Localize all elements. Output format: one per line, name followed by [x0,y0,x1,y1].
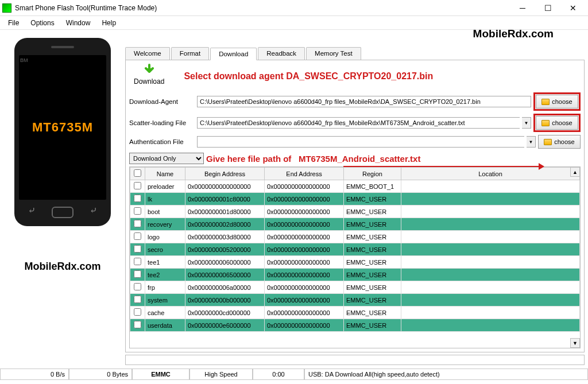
col-header [130,168,145,180]
scroll-down-button[interactable]: ▼ [570,338,580,348]
auth-dropdown-arrow[interactable]: ▼ [527,136,536,148]
device-preview-pane: BM MT6735M ⤷ ⤶ MobileRdx.com [0,30,125,369]
tab-welcome[interactable]: Welcome [125,47,170,60]
da-choose-button[interactable]: choose [536,95,578,108]
row-checkbox[interactable] [134,321,141,328]
select-all-checkbox[interactable] [134,169,141,177]
download-panel: Download Select download agent DA_SWSEC_… [125,60,585,352]
table-row[interactable]: system0x000000000b0000000x00000000000000… [130,294,580,307]
annotation-da: Select download agent DA_SWSEC_CRYPTO20_… [184,71,433,82]
row-checkbox[interactable] [134,308,141,316]
menu-file[interactable]: File [2,17,25,29]
scatter-label: Scatter-loading File [129,119,195,126]
row-checkbox[interactable] [134,182,141,189]
col-header: End Address [265,168,344,180]
row-checkbox[interactable] [134,245,141,253]
status-time: 0:00 [253,369,304,380]
home-button-icon [52,207,74,218]
table-row[interactable]: recovery0x0000000002d800000x000000000000… [130,218,580,231]
menu-options[interactable]: Options [25,17,60,29]
app-icon [2,3,11,13]
col-header: Name [145,168,185,180]
scroll-up-button[interactable]: ▲ [570,167,580,177]
col-header: Begin Address [185,168,265,180]
tab-download[interactable]: Download [210,48,257,60]
bm-label: BM [20,57,28,63]
progress-bar [125,355,585,365]
auth-path-input[interactable] [197,136,524,148]
watermark-top: MobileRdx.com [473,28,554,40]
download-arrow-icon [142,64,156,77]
scatter-choose-button[interactable]: choose [536,116,578,130]
window-title: Smart Phone Flash Tool(Runtime Trace Mod… [15,4,510,12]
row-checkbox[interactable] [134,207,141,215]
tab-memory-test[interactable]: Memory Test [306,47,361,60]
status-speed: 0 B/s [0,369,69,380]
col-header: Region [344,168,401,180]
row-checkbox[interactable] [134,296,141,303]
tabstrip: Welcome Format Download Readback Memory … [125,47,585,60]
partition-grid: NameBegin AddressEnd AddressRegionLocati… [129,166,581,348]
menu-help[interactable]: Help [96,17,122,29]
table-row[interactable]: logo0x0000000003d800000x0000000000000000… [130,231,580,243]
statusbar: 0 B/s 0 Bytes EMMC High Speed 0:00 USB: … [0,369,588,380]
phone-mockup: BM MT6735M ⤷ ⤶ [14,38,111,226]
chip-label: MT6735M [32,120,93,135]
scatter-path-input[interactable] [197,117,520,129]
maximize-button[interactable]: ☐ [535,0,560,16]
table-row[interactable]: frp0x0000000006a000000x0000000000000000E… [130,281,580,294]
row-checkbox[interactable] [134,283,141,290]
menu-icon: ⤶ [90,205,97,216]
da-label: Download-Agent [129,98,195,105]
table-row[interactable]: lk0x0000000001c800000x0000000000000000EM… [130,193,580,205]
status-mode: High Speed [189,369,253,380]
tab-format[interactable]: Format [171,47,209,60]
table-row[interactable]: cache0x00000000cd0000000x000000000000000… [130,307,580,319]
close-button[interactable]: ✕ [560,0,586,16]
row-checkbox[interactable] [134,258,141,265]
table-row[interactable]: tee20x00000000065000000x0000000000000000… [130,269,580,281]
tab-readback[interactable]: Readback [258,47,305,60]
table-row[interactable]: preloader0x00000000000000000x00000000000… [130,180,580,193]
download-mode-select[interactable]: Download Only [129,153,204,164]
table-row[interactable]: boot0x0000000001d800000x0000000000000000… [130,205,580,218]
minimize-button[interactable]: ─ [510,0,535,16]
table-row[interactable]: tee10x00000000060000000x0000000000000000… [130,256,580,269]
table-row[interactable]: secro0x00000000052000000x000000000000000… [130,243,580,256]
auth-choose-button[interactable]: choose [538,135,581,149]
row-checkbox[interactable] [134,232,141,240]
watermark-left: MobileRdx.com [24,261,100,273]
status-usb: USB: DA Download All(high speed,auto det… [304,369,588,380]
annotation-scatter: Give here file path of MT6735M_Android_s… [206,154,420,164]
folder-icon [541,120,550,126]
row-checkbox[interactable] [134,195,141,202]
scatter-dropdown-arrow[interactable]: ▼ [522,117,531,129]
row-checkbox[interactable] [134,220,141,227]
folder-icon [541,99,550,105]
da-path-input[interactable] [197,96,531,107]
menu-window[interactable]: Window [60,17,96,29]
folder-icon [544,139,552,145]
status-bytes: 0 Bytes [69,369,132,380]
status-storage: EMMC [132,369,189,380]
titlebar: Smart Phone Flash Tool(Runtime Trace Mod… [0,0,588,16]
row-checkbox[interactable] [134,270,141,278]
download-button[interactable]: Download [134,64,164,86]
col-header: Location [401,168,580,180]
table-row[interactable]: userdata0x00000000e60000000x000000000000… [130,319,580,332]
back-icon: ⤷ [28,205,36,216]
auth-label: Authentication File [129,138,195,145]
